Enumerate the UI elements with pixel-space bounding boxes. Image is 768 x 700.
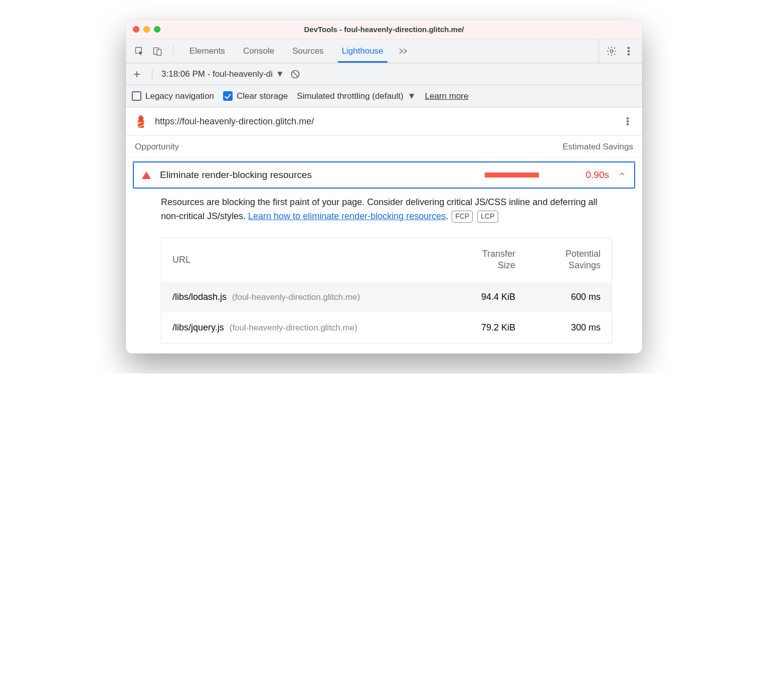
toolbar-left	[130, 39, 180, 63]
audit-render-blocking[interactable]: Eliminate render-blocking resources 0.90…	[133, 161, 635, 189]
clear-report-icon[interactable]	[289, 68, 301, 80]
svg-rect-2	[157, 49, 161, 55]
window-title: DevTools - foul-heavenly-direction.glitc…	[126, 25, 642, 34]
metric-tag-fcp: FCP	[452, 211, 473, 223]
audit-learn-link[interactable]: Learn how to eliminate render-blocking r…	[248, 211, 446, 221]
minimize-window-button[interactable]	[143, 26, 150, 33]
metric-tag-lcp: LCP	[477, 211, 498, 223]
legacy-navigation-label: Legacy navigation	[145, 91, 214, 101]
collapse-chevron-icon	[618, 170, 626, 180]
report-url-bar: https://foul-heavenly-direction.glitch.m…	[126, 107, 642, 136]
legacy-navigation-checkbox[interactable]: Legacy navigation	[132, 91, 214, 101]
svg-point-5	[628, 50, 630, 52]
dropdown-caret-icon: ▼	[408, 91, 416, 101]
savings-bar-fill	[485, 172, 539, 178]
devtools-window: DevTools - foul-heavenly-direction.glitc…	[126, 20, 642, 354]
table-header-row: URL Transfer Size Potential Savings	[161, 238, 612, 282]
lighthouse-run-bar: + 3:18:06 PM - foul-heavenly-di ▼	[126, 63, 642, 85]
svg-rect-10	[137, 121, 144, 122]
checkbox-checked-icon	[223, 91, 233, 101]
maximize-window-button[interactable]	[154, 26, 160, 33]
dropdown-caret-icon: ▼	[276, 69, 284, 79]
svg-point-13	[627, 123, 629, 125]
svg-point-11	[627, 118, 629, 119]
savings-header: Estimated Savings	[562, 142, 633, 152]
settings-gear-icon[interactable]	[605, 45, 618, 58]
svg-line-8	[293, 72, 298, 77]
titlebar: DevTools - foul-heavenly-direction.glitc…	[126, 20, 642, 39]
report-url: https://foul-heavenly-direction.glitch.m…	[155, 116, 314, 127]
panel-tabs: Elements Console Sources Lighthouse	[180, 39, 393, 63]
close-window-button[interactable]	[133, 26, 139, 33]
col-url-header: URL	[172, 255, 435, 265]
toolbar-right	[599, 39, 638, 63]
throttling-selector[interactable]: Simulated throttling (default) ▼	[297, 91, 416, 101]
audit-description-post: .	[446, 211, 448, 221]
resource-url: /libs/lodash.js (foul-heavenly-direction…	[172, 292, 435, 302]
report-selector[interactable]: 3:18:06 PM - foul-heavenly-di ▼	[161, 69, 284, 79]
more-tabs-icon[interactable]	[393, 39, 414, 63]
savings-bar	[485, 172, 560, 178]
tab-console[interactable]: Console	[234, 39, 283, 63]
resources-table: URL Transfer Size Potential Savings /lib…	[161, 238, 612, 343]
svg-point-6	[628, 53, 630, 55]
main-tabbar: Elements Console Sources Lighthouse	[126, 39, 642, 63]
audit-savings-value: 0.90s	[569, 169, 609, 181]
svg-point-4	[628, 47, 630, 49]
resource-savings: 600 ms	[515, 292, 601, 302]
learn-more-link[interactable]: Learn more	[425, 91, 469, 101]
svg-point-3	[610, 50, 613, 53]
fail-triangle-icon	[142, 171, 151, 179]
lighthouse-icon	[134, 114, 148, 128]
resource-size: 79.2 KiB	[435, 322, 515, 333]
opportunity-header: Opportunity	[135, 142, 179, 152]
device-toolbar-icon[interactable]	[151, 45, 164, 58]
table-row[interactable]: /libs/lodash.js (foul-heavenly-direction…	[161, 282, 612, 312]
report-menu-icon[interactable]	[621, 115, 634, 128]
tab-lighthouse[interactable]: Lighthouse	[333, 39, 393, 63]
throttling-label: Simulated throttling (default)	[297, 91, 404, 101]
clear-storage-checkbox[interactable]: Clear storage	[223, 91, 288, 101]
lighthouse-options-bar: Legacy navigation Clear storage Simulate…	[126, 85, 642, 107]
tab-elements[interactable]: Elements	[180, 39, 234, 63]
clear-storage-label: Clear storage	[237, 91, 288, 101]
opportunity-headers: Opportunity Estimated Savings	[126, 136, 642, 157]
checkbox-icon	[132, 91, 141, 101]
resource-size: 94.4 KiB	[435, 292, 515, 302]
inspect-element-icon[interactable]	[133, 45, 146, 58]
col-savings-header: Potential Savings	[515, 248, 601, 272]
resource-url: /libs/jquery.js (foul-heavenly-direction…	[172, 322, 435, 333]
audit-title: Eliminate render-blocking resources	[160, 169, 312, 181]
table-row[interactable]: /libs/jquery.js (foul-heavenly-direction…	[161, 312, 612, 343]
new-report-button[interactable]: +	[131, 67, 143, 81]
resource-savings: 300 ms	[515, 322, 601, 333]
col-size-header: Transfer Size	[435, 248, 515, 272]
svg-point-12	[627, 121, 629, 122]
tab-sources[interactable]: Sources	[283, 39, 332, 63]
report-selector-label: 3:18:06 PM - foul-heavenly-di	[161, 69, 273, 79]
audit-description: Resources are blocking the first paint o…	[126, 189, 642, 229]
window-controls	[133, 26, 160, 33]
separator	[152, 69, 152, 80]
separator	[173, 46, 173, 57]
kebab-menu-icon[interactable]	[622, 45, 635, 58]
